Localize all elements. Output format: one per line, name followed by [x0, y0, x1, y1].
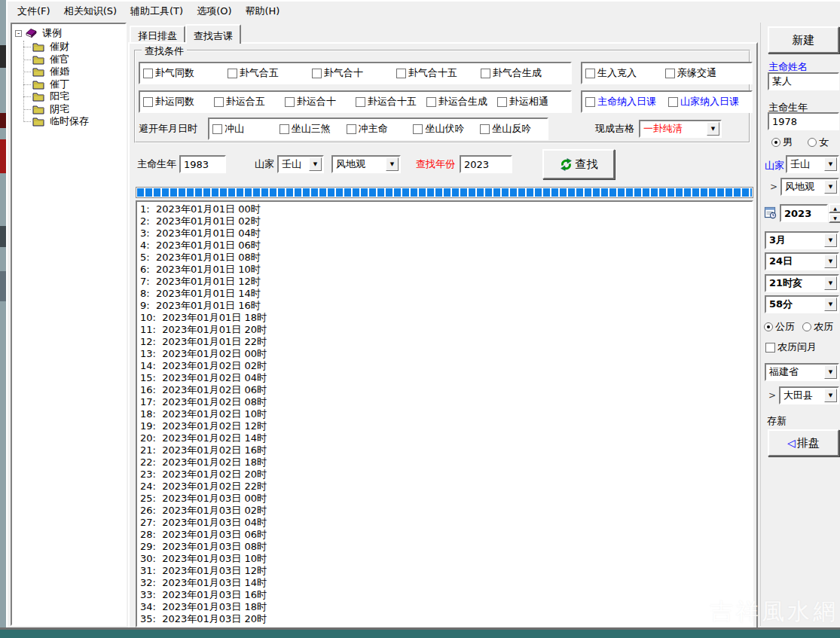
paipan-button[interactable]: ◁ 排盘	[768, 429, 839, 456]
mountain-combo-rp[interactable]: 壬山 ▼	[786, 155, 839, 173]
tab-date-paipan[interactable]: 择日排盘	[130, 26, 185, 42]
condition-checkbox[interactable]: 主命纳入日课	[585, 95, 668, 108]
master-name-input[interactable]	[768, 72, 839, 90]
result-line[interactable]: 10: 2023年01月01日 18时	[140, 312, 752, 324]
month-combo[interactable]: 3月 ▼	[765, 231, 839, 249]
result-line[interactable]: 30: 2023年01月03日 10时	[140, 553, 752, 565]
checkbox-icon[interactable]	[480, 124, 490, 134]
condition-checkbox[interactable]: 卦运相通	[497, 95, 568, 108]
radio-icon[interactable]	[764, 322, 773, 331]
result-line[interactable]: 31: 2023年01月03日 12时	[140, 565, 752, 577]
search-button[interactable]: 查找	[542, 149, 615, 179]
chevron-down-icon[interactable]: ▼	[386, 157, 399, 171]
chevron-down-icon[interactable]: ▼	[707, 122, 719, 136]
result-line[interactable]: 8: 2023年01月01日 14时	[140, 288, 752, 300]
chevron-down-icon[interactable]: ▼	[309, 157, 322, 171]
checkbox-icon[interactable]	[396, 69, 406, 78]
condition-checkbox[interactable]: 卦运合生成	[426, 95, 497, 108]
master-birth-input[interactable]	[179, 155, 226, 173]
result-line[interactable]: 6: 2023年01月01日 10时	[140, 264, 752, 276]
condition-checkbox[interactable]: 卦运合五	[214, 95, 285, 108]
date-picker-icon[interactable]	[764, 206, 777, 219]
chevron-down-icon[interactable]: ▼	[824, 365, 837, 379]
chevron-down-icon[interactable]: ▼	[824, 234, 837, 247]
result-line[interactable]: 14: 2023年01月02日 02时	[140, 360, 752, 372]
tree-item[interactable]: 催财	[32, 41, 125, 53]
condition-checkbox[interactable]: 冲山	[212, 122, 279, 136]
result-line[interactable]: 12: 2023年01月01日 22时	[140, 336, 752, 348]
condition-checkbox[interactable]: 卦运合十五	[356, 95, 426, 108]
checkbox-icon[interactable]	[481, 69, 490, 78]
checkbox-icon[interactable]	[585, 69, 595, 78]
checkbox-icon[interactable]	[347, 124, 356, 134]
radio-icon[interactable]	[802, 322, 811, 331]
tree-collapse-icon[interactable]: -	[15, 30, 22, 37]
checkbox-icon[interactable]	[497, 97, 507, 107]
condition-checkbox[interactable]: 生入克入	[585, 66, 665, 80]
tree-item[interactable]: 催官	[32, 53, 125, 66]
result-line[interactable]: 21: 2023年01月02日 16时	[140, 444, 752, 456]
province-combo[interactable]: 福建省 ▼	[765, 363, 839, 381]
condition-checkbox[interactable]: 卦气合生成	[481, 66, 565, 80]
result-line[interactable]: 16: 2023年01月02日 06时	[140, 384, 752, 396]
minute-combo[interactable]: 58分 ▼	[765, 295, 839, 313]
spin-down-icon[interactable]: ▼	[829, 213, 840, 223]
checkbox-icon[interactable]	[426, 97, 436, 107]
chevron-down-icon[interactable]: ▼	[824, 157, 837, 171]
tree-item[interactable]: 临时保存	[32, 115, 125, 128]
female-radio[interactable]: 女	[808, 136, 829, 148]
result-line[interactable]: 18: 2023年01月02日 10时	[140, 408, 752, 420]
result-line[interactable]: 2: 2023年01月01日 02时	[140, 215, 752, 227]
result-line[interactable]: 25: 2023年01月03日 00时	[140, 493, 752, 505]
checkbox-icon[interactable]	[212, 124, 222, 134]
condition-checkbox[interactable]: 坐山伏吟	[413, 122, 480, 136]
chevron-down-icon[interactable]: ▼	[824, 389, 837, 402]
chevron-down-icon[interactable]: ▼	[824, 180, 837, 194]
year-spinner-input[interactable]	[780, 204, 828, 222]
result-line[interactable]: 33: 2023年01月03日 16时	[140, 589, 752, 601]
search-year-input[interactable]	[460, 155, 512, 173]
result-line[interactable]: 17: 2023年01月02日 08时	[140, 396, 752, 408]
checkbox-icon[interactable]	[413, 124, 423, 134]
chevron-down-icon[interactable]: ▼	[824, 298, 837, 311]
checkbox-icon[interactable]	[214, 97, 224, 107]
menu-item[interactable]: 帮助(H)	[239, 2, 287, 20]
condition-checkbox[interactable]: 坐山反吟	[480, 122, 547, 136]
result-line[interactable]: 35: 2023年01月03日 20时	[140, 613, 752, 625]
male-radio[interactable]: 男	[771, 136, 793, 148]
tab-find-auspicious[interactable]: 查找吉课	[185, 24, 241, 44]
tree-item[interactable]: 催婚	[32, 66, 125, 78]
checkbox-icon[interactable]	[665, 69, 675, 78]
mountain-combo[interactable]: 壬山 ▼	[277, 155, 324, 173]
solar-radio[interactable]: 公历	[764, 321, 795, 332]
menu-item[interactable]: 相关知识(S)	[57, 2, 124, 20]
tree-root-caseexamples[interactable]: - 课例	[14, 26, 125, 41]
chevron-down-icon[interactable]: ▼	[824, 255, 837, 268]
radio-icon[interactable]	[808, 138, 817, 147]
day-combo[interactable]: 24日 ▼	[765, 252, 839, 270]
checkbox-icon[interactable]	[312, 69, 322, 78]
leap-month-checkbox[interactable]: 农历闰月	[765, 340, 817, 354]
condition-checkbox[interactable]: 坐山三煞	[279, 122, 347, 136]
menu-item[interactable]: 选项(O)	[190, 2, 238, 20]
checkbox-icon[interactable]	[356, 97, 365, 107]
radio-icon[interactable]	[771, 138, 780, 147]
result-line[interactable]: 26: 2023年01月03日 02时	[140, 505, 752, 517]
condition-checkbox[interactable]: 卦气合十	[312, 66, 396, 80]
result-line[interactable]: 15: 2023年01月02日 04时	[140, 372, 752, 384]
tree-item[interactable]: 阴宅	[32, 103, 125, 116]
checkbox-icon[interactable]	[279, 124, 289, 134]
hexagram-combo-rp[interactable]: 风地观 ▼	[780, 178, 839, 196]
checkbox-icon[interactable]	[228, 69, 237, 78]
spin-up-icon[interactable]: ▲	[829, 203, 840, 213]
county-combo[interactable]: 大田县 ▼	[779, 386, 839, 404]
result-line[interactable]: 11: 2023年01月01日 20时	[140, 324, 752, 336]
condition-checkbox[interactable]: 山家纳入日课	[668, 95, 751, 108]
result-line[interactable]: 24: 2023年01月02日 22时	[140, 481, 752, 493]
hour-combo[interactable]: 21时亥 ▼	[765, 274, 839, 292]
result-line[interactable]: 4: 2023年01月01日 06时	[140, 240, 752, 252]
result-line[interactable]: 20: 2023年01月02日 14时	[140, 432, 752, 444]
result-line[interactable]: 32: 2023年01月03日 14时	[140, 577, 752, 589]
result-line[interactable]: 29: 2023年01月03日 08时	[140, 541, 752, 553]
checkbox-icon[interactable]	[143, 69, 153, 78]
